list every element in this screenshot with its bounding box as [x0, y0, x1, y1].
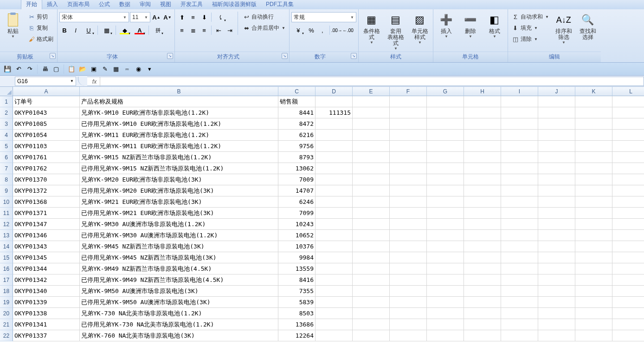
cell-C22[interactable]: 12264	[278, 330, 316, 341]
cell-D8[interactable]	[316, 174, 353, 185]
cell-B14[interactable]: 兄弟YK-9M45 NZ新西兰市场非原装电池(3K)	[80, 241, 278, 252]
cell-J12[interactable]	[538, 219, 575, 230]
cell-F13[interactable]	[390, 230, 427, 241]
cell-G20[interactable]	[427, 308, 464, 319]
cell-G3[interactable]	[427, 118, 464, 130]
cell-B7[interactable]: 已停用兄弟YK-9M15 NZ新西兰市场原装电池(1.2K)	[80, 163, 278, 174]
cell-L21[interactable]	[612, 319, 644, 330]
cell-H17[interactable]	[464, 274, 501, 286]
cell-E13[interactable]	[353, 230, 390, 241]
cell-I7[interactable]	[501, 163, 538, 174]
cell-D7[interactable]	[316, 163, 353, 174]
cell-C1[interactable]: 销售额	[278, 96, 316, 107]
cell-F14[interactable]	[390, 241, 427, 252]
cell-J18[interactable]	[538, 286, 575, 297]
fx-icon[interactable]: fx	[89, 77, 100, 86]
cell-G10[interactable]	[427, 196, 464, 208]
qat-customize-button[interactable]: ▾	[145, 65, 154, 74]
cell-L19[interactable]	[612, 297, 644, 308]
tab-2[interactable]: 页面布局	[63, 0, 94, 9]
number-launcher[interactable]: ↘	[351, 53, 357, 59]
cell-I5[interactable]	[501, 141, 538, 152]
cell-J1[interactable]	[538, 96, 575, 107]
font-size-combo[interactable]: 11▼	[130, 12, 150, 22]
cell-A9[interactable]: OKYP01372	[13, 185, 80, 196]
cell-C21[interactable]: 13686	[278, 319, 316, 330]
cell-H20[interactable]	[464, 308, 501, 319]
cell-I1[interactable]	[501, 96, 538, 107]
cell-J10[interactable]	[538, 196, 575, 208]
cell-L16[interactable]	[612, 263, 644, 274]
cell-L4[interactable]	[612, 130, 644, 141]
cell-C11[interactable]: 7099	[278, 208, 316, 219]
percent-button[interactable]: %	[306, 25, 316, 35]
cell-H14[interactable]	[464, 241, 501, 252]
font-name-combo[interactable]: 宋体▼	[59, 12, 129, 22]
cell-K12[interactable]	[575, 219, 612, 230]
cell-G22[interactable]	[427, 330, 464, 341]
cell-I19[interactable]	[501, 297, 538, 308]
cell-B10[interactable]: 兄弟YK-9M21 EUR欧洲市场非原装电池(3K)	[80, 196, 278, 208]
cell-H18[interactable]	[464, 286, 501, 297]
cell-J11[interactable]	[538, 208, 575, 219]
cell-A5[interactable]: OKYP01103	[13, 141, 80, 152]
tab-9[interactable]: PDF工具集	[261, 0, 298, 9]
cell-L9[interactable]	[612, 185, 644, 196]
cell-E18[interactable]	[353, 286, 390, 297]
cell-A2[interactable]: OKYP01043	[13, 107, 80, 118]
cell-B22[interactable]: 兄弟YK-760 NA北美市场非原装电池(3K)	[80, 330, 278, 341]
cell-I6[interactable]	[501, 152, 538, 163]
cell-H9[interactable]	[464, 185, 501, 196]
cell-F4[interactable]	[390, 130, 427, 141]
cell-F12[interactable]	[390, 219, 427, 230]
qat-undo-button[interactable]: ↶	[14, 65, 23, 74]
cell-D19[interactable]	[316, 297, 353, 308]
decrease-indent-button[interactable]: ⇤	[213, 25, 224, 35]
cell-F19[interactable]	[390, 297, 427, 308]
cell-K15[interactable]	[575, 252, 612, 263]
qat-redo-button[interactable]: ↷	[25, 65, 34, 74]
cell-C9[interactable]: 14707	[278, 185, 316, 196]
cell-B3[interactable]: 已停用兄弟YK-9M10 EUR欧洲市场原装电池(1.2K)	[80, 118, 278, 130]
cell-E1[interactable]	[353, 96, 390, 107]
cell-F10[interactable]	[390, 196, 427, 208]
row-header-10[interactable]: 10	[0, 196, 13, 208]
cell-L12[interactable]	[612, 219, 644, 230]
col-header-I[interactable]: I	[501, 87, 538, 96]
cell-E12[interactable]	[353, 219, 390, 230]
cell-E15[interactable]	[353, 252, 390, 263]
row-header-18[interactable]: 18	[0, 286, 13, 297]
cell-F7[interactable]	[390, 163, 427, 174]
cell-D21[interactable]	[316, 319, 353, 330]
cell-L10[interactable]	[612, 196, 644, 208]
cell-K10[interactable]	[575, 196, 612, 208]
cell-G2[interactable]	[427, 107, 464, 118]
cell-D2[interactable]: 111315	[316, 107, 353, 118]
tab-7[interactable]: 开发工具	[176, 0, 207, 9]
cell-J2[interactable]	[538, 107, 575, 118]
row-header-5[interactable]: 5	[0, 141, 13, 152]
cell-E22[interactable]	[353, 330, 390, 341]
cell-J7[interactable]	[538, 163, 575, 174]
cell-E14[interactable]	[353, 241, 390, 252]
format-as-table-button[interactable]: ▤套用 表格格式▼	[385, 12, 407, 52]
row-header-14[interactable]: 14	[0, 241, 13, 252]
row-header-4[interactable]: 4	[0, 130, 13, 141]
clear-button[interactable]: ◫清除▼	[510, 34, 551, 44]
autosum-button[interactable]: Σ自动求和▼	[510, 12, 551, 22]
cell-D4[interactable]	[316, 130, 353, 141]
cell-A3[interactable]: OKYP01085	[13, 118, 80, 130]
cell-J5[interactable]	[538, 141, 575, 152]
cell-D11[interactable]	[316, 208, 353, 219]
cell-H1[interactable]	[464, 96, 501, 107]
cell-E20[interactable]	[353, 308, 390, 319]
cell-I16[interactable]	[501, 263, 538, 274]
cell-C13[interactable]: 10652	[278, 230, 316, 241]
col-header-A[interactable]: A	[13, 87, 80, 96]
cell-K16[interactable]	[575, 263, 612, 274]
col-header-F[interactable]: F	[390, 87, 427, 96]
cell-K14[interactable]	[575, 241, 612, 252]
formula-input[interactable]: fx	[87, 77, 644, 86]
cell-E3[interactable]	[353, 118, 390, 130]
cell-J17[interactable]	[538, 274, 575, 286]
